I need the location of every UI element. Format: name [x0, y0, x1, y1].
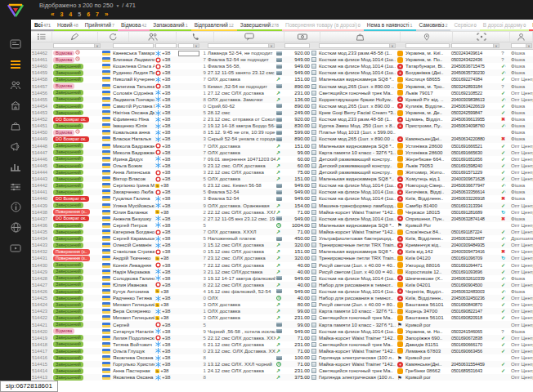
table-row[interactable]: 514456ЗавершенийСоломія Сідоніна+38127.1… [31, 90, 533, 96]
client-phone[interactable]: +38 [155, 275, 177, 282]
column-client-icon[interactable] [129, 32, 177, 42]
client-phone[interactable]: +38 [155, 308, 177, 314]
table-row[interactable]: 514445ЗавершенийОльга Божик+38923.12 смс… [31, 163, 533, 169]
table-row[interactable]: 514458ЗавершенийНиколай Кучеренко+387ОЛХ… [31, 76, 533, 82]
client-phone[interactable]: +38 [155, 63, 177, 69]
filter-input[interactable]: ▼ [53, 43, 101, 48]
table-row[interactable]: 514426ЗавершенийКучук Антонинаlb+38416.1… [31, 288, 533, 295]
marketing-megaphone-icon[interactable] [7, 139, 24, 153]
filter-input[interactable]: ▼ [319, 43, 396, 48]
client-phone[interactable]: +38 [155, 156, 177, 163]
client-phone[interactable]: +38 [155, 109, 177, 116]
table-row[interactable]: 514427ЗавершенийЮлия Иванова+38822.12 см… [31, 282, 533, 288]
client-phone[interactable]: +38 [155, 335, 177, 341]
info-icon[interactable] [7, 200, 24, 214]
tab-2[interactable]: Новий48 [54, 20, 82, 31]
table-row[interactable]: 514434ЗавершенийСергей Карамышев+385Нало… [31, 235, 533, 242]
table-row[interactable]: 514462ВідмоваКаневська Тамара ..+381Лава… [31, 50, 533, 56]
filter-dropdown-icon[interactable]: ▼ [389, 44, 395, 47]
clients-people-icon[interactable] [7, 78, 24, 91]
filter-dropdown-icon[interactable]: ▼ [94, 44, 100, 47]
dashboard-cards-icon[interactable] [7, 37, 24, 51]
client-phone[interactable]: lb+38 [155, 255, 177, 261]
column-id-icon[interactable] [31, 32, 52, 42]
client-phone[interactable]: +38 [155, 116, 177, 122]
client-phone[interactable]: +38 [155, 216, 177, 222]
client-phone[interactable]: lb+38 [155, 182, 177, 189]
client-phone[interactable]: +38 [155, 189, 177, 195]
tab-8[interactable]: Повернення товару (в дорозі)0 [282, 20, 364, 31]
table-row[interactable]: 514455ЗавершенийЛюдмила Гончарова+388ОЛХ… [31, 96, 533, 103]
page-number[interactable]: 3 [60, 11, 63, 17]
page-size-dropdown-icon[interactable]: ▼ [115, 3, 119, 8]
table-row[interactable]: 514446ЗавершенийИрина Дидух+38709.01 зве… [31, 156, 533, 163]
table-row[interactable]: 514414ЗавершенийАнна Пастернакlb+38124.1… [31, 368, 533, 374]
table-row[interactable]: 514447ЗавершенийМикола Бадражан+387ОЛХ д… [31, 149, 533, 156]
web-globe-icon[interactable] [7, 220, 24, 234]
video-icon[interactable] [7, 241, 24, 255]
column-address-icon[interactable] [401, 32, 453, 42]
client-phone[interactable]: +38 [155, 176, 177, 182]
client-phone[interactable]: +38 [155, 50, 177, 56]
column-manager-icon[interactable] [510, 32, 533, 42]
filter-input[interactable]: ▼ [178, 43, 199, 48]
filter-dropdown-icon[interactable]: ▼ [526, 44, 531, 47]
filter-dropdown-icon[interactable]: ▼ [193, 44, 199, 47]
filter-input[interactable] [284, 43, 310, 48]
page-number[interactable]: 7 [96, 11, 99, 17]
client-phone[interactable]: +38 [155, 361, 177, 368]
table-row[interactable]: 514416ЗавершенийЯковлева Оксана+388100.0… [31, 354, 533, 361]
page-number[interactable]: 5 [78, 11, 81, 17]
filter-input[interactable]: ▼ [208, 43, 275, 48]
client-phone[interactable]: +38 [155, 69, 177, 76]
column-source-icon[interactable] [98, 32, 129, 42]
tab-9[interactable]: Нема в наявності1 [364, 20, 416, 31]
client-phone[interactable]: +38 [155, 341, 177, 348]
table-row[interactable]: 514452DO Возврат ок.Єфименко Ніна+38223.… [31, 116, 533, 122]
filter-dropdown-icon[interactable]: ▼ [493, 44, 499, 47]
client-phone[interactable]: +38 [155, 242, 177, 248]
client-phone[interactable]: +38 [155, 56, 177, 63]
client-phone[interactable]: +38 [155, 169, 177, 176]
tab-6[interactable]: Відправлений12 [191, 20, 237, 31]
tab-11[interactable]: Сервіси0 [450, 20, 479, 31]
table-row[interactable]: 514442ЗавершенийСергієнко Ірина Ми..lb+3… [31, 182, 533, 189]
table-row[interactable]: 514461ВідмоваБлизнюк Людмила ..+387Фиалк… [31, 56, 533, 63]
table-row[interactable]: 514438Повернення (з..Юлия Баланюкlb+3822… [31, 209, 533, 216]
client-phone[interactable]: +38 [155, 149, 177, 156]
filter-input[interactable]: ▼ [451, 43, 499, 48]
tab-3[interactable]: Прийнятий7 [82, 20, 118, 31]
table-row[interactable]: 514453ЗавершенийНікітіна Оксана Дми..+38… [31, 109, 533, 116]
table-row[interactable]: 514415ЗавершенийГоргулько Христина..+383… [31, 361, 533, 368]
table-row[interactable]: 514433ЗавершенийОлексій Семанін+38315.12… [31, 242, 533, 248]
client-phone[interactable]: +38 [155, 136, 177, 142]
client-phone[interactable]: +38 [155, 295, 177, 301]
table-row[interactable]: 514430ЗавершенийКсенія Левадняя+38722.12… [31, 262, 533, 269]
table-row[interactable]: 514444ЗавершенийАнна Липенська+38322.12 … [31, 169, 533, 176]
table-row[interactable]: 514429ЗавершенийНадія Мерзаєва+38321.12 … [31, 269, 533, 275]
client-phone[interactable]: +38 [155, 328, 177, 335]
table-row[interactable]: 514421ЗавершенийСергей+38599.00Карта пам… [31, 321, 533, 327]
tab-5[interactable]: Запакований1 [150, 20, 190, 31]
tab-13[interactable]: Повернений [529, 20, 533, 31]
orders-list-icon[interactable] [7, 57, 24, 71]
statistics-chart-icon[interactable] [7, 159, 24, 173]
tab-1[interactable]: Всі471 [31, 20, 54, 31]
client-phone[interactable]: +38 [155, 96, 177, 103]
client-phone[interactable]: +38 [155, 262, 177, 269]
client-phone[interactable]: lb+38 [155, 209, 177, 216]
column-tracking-icon[interactable] [453, 32, 510, 42]
column-comment-icon[interactable] [214, 32, 284, 42]
table-row[interactable]: 514441ЗавершенийЗахарченко Люба+385Фиалк… [31, 189, 533, 195]
column-status-icon[interactable] [52, 32, 98, 42]
client-phone[interactable]: +38 [155, 374, 177, 381]
client-phone[interactable]: +38 [155, 203, 177, 209]
table-row[interactable]: 514460ЗавершенийКошелева Ольга Ар..+381Ф… [31, 63, 533, 69]
column-phone-icon[interactable] [177, 32, 214, 42]
filter-dropdown-icon[interactable]: ▼ [268, 44, 274, 47]
client-phone[interactable]: +38 [155, 103, 177, 109]
client-phone[interactable]: +38 [155, 90, 177, 96]
table-row[interactable]: 514424ЗавершенийМихаил Гилецькийlb+383ОЛ… [31, 301, 533, 308]
client-phone[interactable]: +38 [155, 143, 177, 149]
client-phone[interactable]: +38 [155, 248, 177, 255]
